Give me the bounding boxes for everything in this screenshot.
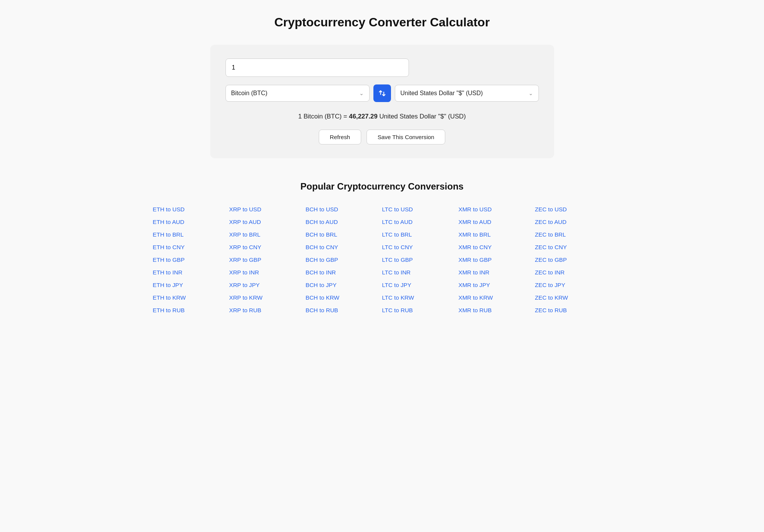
- popular-section: Popular Cryptocurrency Conversions ETH t…: [153, 181, 612, 315]
- conversion-link[interactable]: ZEC to JPY: [535, 280, 612, 290]
- conversion-link[interactable]: ETH to INR: [153, 267, 229, 277]
- result-equals: =: [344, 113, 349, 120]
- conversion-link[interactable]: XMR to KRW: [459, 292, 535, 303]
- conversion-link[interactable]: XMR to CNY: [459, 242, 535, 252]
- conversion-link[interactable]: BCH to BRL: [306, 229, 382, 240]
- conversion-link[interactable]: XRP to JPY: [229, 280, 306, 290]
- conversion-link[interactable]: XMR to JPY: [459, 280, 535, 290]
- conversion-link[interactable]: BCH to RUB: [306, 305, 382, 315]
- conversion-link[interactable]: LTC to INR: [382, 267, 459, 277]
- conversion-link[interactable]: XRP to GBP: [229, 255, 306, 265]
- conversion-link[interactable]: ZEC to RUB: [535, 305, 612, 315]
- conversion-link[interactable]: XRP to USD: [229, 204, 306, 214]
- conversion-link[interactable]: ETH to CNY: [153, 242, 229, 252]
- conversion-link[interactable]: XMR to AUD: [459, 217, 535, 227]
- conversion-link[interactable]: XRP to BRL: [229, 229, 306, 240]
- conversions-grid: ETH to USDXRP to USDBCH to USDLTC to USD…: [153, 204, 612, 315]
- conversion-link[interactable]: LTC to JPY: [382, 280, 459, 290]
- converter-card: Bitcoin (BTC) ⌄ United States Dollar "$"…: [210, 45, 554, 158]
- conversion-link[interactable]: ETH to AUD: [153, 217, 229, 227]
- conversion-link[interactable]: BCH to KRW: [306, 292, 382, 303]
- refresh-button[interactable]: Refresh: [319, 130, 361, 144]
- conversion-link[interactable]: BCH to GBP: [306, 255, 382, 265]
- conversion-link[interactable]: ZEC to GBP: [535, 255, 612, 265]
- page-title: Cryptocurrency Converter Calculator: [8, 15, 756, 29]
- conversion-link[interactable]: XRP to AUD: [229, 217, 306, 227]
- currency-row: Bitcoin (BTC) ⌄ United States Dollar "$"…: [225, 84, 539, 102]
- conversion-link[interactable]: ETH to JPY: [153, 280, 229, 290]
- conversion-link[interactable]: ZEC to AUD: [535, 217, 612, 227]
- to-currency-selector[interactable]: United States Dollar "$" (USD) ⌄: [395, 85, 539, 102]
- conversion-link[interactable]: XMR to USD: [459, 204, 535, 214]
- conversion-link[interactable]: ZEC to INR: [535, 267, 612, 277]
- conversion-link[interactable]: ETH to KRW: [153, 292, 229, 303]
- result-value: 46,227.29: [349, 113, 378, 120]
- conversion-link[interactable]: ZEC to USD: [535, 204, 612, 214]
- conversion-link[interactable]: ZEC to KRW: [535, 292, 612, 303]
- from-currency-chevron-icon: ⌄: [359, 90, 364, 96]
- conversion-link[interactable]: LTC to BRL: [382, 229, 459, 240]
- conversion-link[interactable]: LTC to GBP: [382, 255, 459, 265]
- amount-input[interactable]: [225, 58, 409, 77]
- conversion-link[interactable]: LTC to AUD: [382, 217, 459, 227]
- conversion-link[interactable]: ZEC to BRL: [535, 229, 612, 240]
- conversion-link[interactable]: BCH to INR: [306, 267, 382, 277]
- result-from-text: 1 Bitcoin (BTC): [298, 113, 342, 120]
- conversion-link[interactable]: XMR to INR: [459, 267, 535, 277]
- from-currency-label: Bitcoin (BTC): [231, 90, 356, 97]
- conversion-link[interactable]: BCH to CNY: [306, 242, 382, 252]
- conversion-link[interactable]: XRP to KRW: [229, 292, 306, 303]
- conversion-link[interactable]: XRP to RUB: [229, 305, 306, 315]
- conversion-link[interactable]: LTC to USD: [382, 204, 459, 214]
- swap-icon: [378, 89, 386, 97]
- conversion-link[interactable]: LTC to CNY: [382, 242, 459, 252]
- swap-button[interactable]: [373, 84, 391, 102]
- conversion-link[interactable]: ZEC to CNY: [535, 242, 612, 252]
- popular-title: Popular Cryptocurrency Conversions: [153, 181, 612, 192]
- conversion-link[interactable]: BCH to AUD: [306, 217, 382, 227]
- conversion-link[interactable]: XMR to GBP: [459, 255, 535, 265]
- conversion-link[interactable]: LTC to KRW: [382, 292, 459, 303]
- result-row: 1 Bitcoin (BTC) = 46,227.29 United State…: [225, 113, 539, 120]
- to-currency-label: United States Dollar "$" (USD): [401, 90, 526, 97]
- conversion-link[interactable]: LTC to RUB: [382, 305, 459, 315]
- action-buttons: Refresh Save This Conversion: [225, 130, 539, 144]
- conversion-link[interactable]: BCH to USD: [306, 204, 382, 214]
- conversion-link[interactable]: BCH to JPY: [306, 280, 382, 290]
- conversion-link[interactable]: XMR to RUB: [459, 305, 535, 315]
- result-unit: United States Dollar "$" (USD): [379, 113, 466, 120]
- conversion-link[interactable]: XRP to CNY: [229, 242, 306, 252]
- conversion-link[interactable]: XRP to INR: [229, 267, 306, 277]
- conversion-link[interactable]: ETH to USD: [153, 204, 229, 214]
- conversion-link[interactable]: ETH to BRL: [153, 229, 229, 240]
- from-currency-selector[interactable]: Bitcoin (BTC) ⌄: [225, 85, 370, 102]
- conversion-link[interactable]: XMR to BRL: [459, 229, 535, 240]
- conversion-link[interactable]: ETH to RUB: [153, 305, 229, 315]
- to-currency-chevron-icon: ⌄: [529, 90, 533, 96]
- conversion-link[interactable]: ETH to GBP: [153, 255, 229, 265]
- save-conversion-button[interactable]: Save This Conversion: [367, 130, 445, 144]
